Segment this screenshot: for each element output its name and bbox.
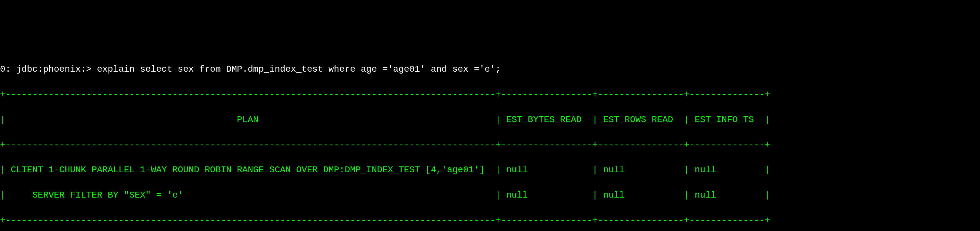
terminal-output: 0: jdbc:phoenix:> explain select sex fro… bbox=[0, 50, 980, 231]
prompt-line-1[interactable]: 0: jdbc:phoenix:> explain select sex fro… bbox=[0, 63, 980, 75]
table-border: +---------------------------------------… bbox=[0, 88, 980, 101]
table-row: | CLIENT 1-CHUNK PARALLEL 1-WAY ROUND RO… bbox=[0, 164, 980, 176]
table-border: +---------------------------------------… bbox=[0, 214, 980, 226]
prompt-prefix: 0: jdbc:phoenix:> bbox=[0, 64, 97, 74]
table-border: +---------------------------------------… bbox=[0, 138, 980, 151]
table-header: | PLAN | EST_BYTES_READ | EST_ROWS_READ … bbox=[0, 114, 980, 126]
sql-query: explain select sex from DMP.dmp_index_te… bbox=[97, 64, 501, 74]
table-row: | SERVER FILTER BY "SEX" = 'e' | null | … bbox=[0, 189, 980, 201]
